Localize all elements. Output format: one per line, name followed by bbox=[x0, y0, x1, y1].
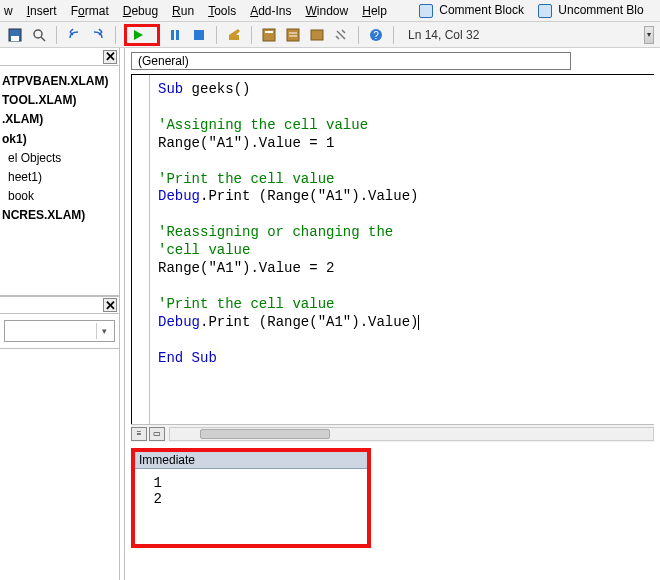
svg-rect-10 bbox=[265, 31, 273, 33]
menu-window[interactable]: Window bbox=[306, 4, 349, 18]
object-browser-button[interactable] bbox=[308, 26, 326, 44]
menu-run[interactable]: Run bbox=[172, 4, 194, 18]
tree-item[interactable]: TOOL.XLAM) bbox=[2, 91, 117, 110]
immediate-window: Immediate 1 2 bbox=[131, 448, 371, 548]
text-caret bbox=[418, 315, 419, 330]
chevron-down-icon: ▾ bbox=[96, 323, 112, 339]
project-tree[interactable]: ATPVBAEN.XLAM) TOOL.XLAM) .XLAM) ok1) el… bbox=[0, 66, 119, 296]
code-editor[interactable]: Sub geeks() 'Assigning the cell value Ra… bbox=[131, 74, 654, 424]
menu-addins[interactable]: Add-Ins bbox=[250, 4, 291, 18]
svg-rect-7 bbox=[194, 30, 204, 40]
svg-rect-5 bbox=[171, 30, 174, 40]
svg-marker-4 bbox=[134, 30, 143, 40]
svg-rect-6 bbox=[176, 30, 179, 40]
menu-insert[interactable]: Insert bbox=[27, 4, 57, 18]
svg-rect-14 bbox=[311, 30, 323, 40]
object-combo[interactable]: (General) bbox=[131, 52, 571, 70]
horizontal-scrollbar[interactable] bbox=[169, 427, 654, 441]
comment-block-icon bbox=[419, 4, 433, 18]
properties-button[interactable] bbox=[284, 26, 302, 44]
project-close-button[interactable]: ✕ bbox=[103, 50, 117, 64]
menu-comment-label: Comment Block bbox=[439, 3, 524, 17]
tree-item[interactable]: .XLAM) bbox=[2, 110, 117, 129]
uncomment-block-icon bbox=[538, 4, 552, 18]
save-button[interactable] bbox=[6, 26, 24, 44]
properties-close-button[interactable]: ✕ bbox=[103, 298, 117, 312]
menu-uncomment-label: Uncomment Blo bbox=[558, 3, 643, 17]
menu-uncomment-block[interactable]: Uncomment Blo bbox=[538, 3, 644, 18]
code-text[interactable]: Sub geeks() 'Assigning the cell value Ra… bbox=[150, 75, 654, 424]
run-button[interactable] bbox=[129, 26, 147, 44]
code-margin bbox=[132, 75, 150, 424]
pause-button[interactable] bbox=[166, 26, 184, 44]
svg-point-2 bbox=[34, 30, 42, 38]
redo-button[interactable] bbox=[89, 26, 107, 44]
properties-object-combo[interactable]: ▾ bbox=[4, 320, 115, 342]
stop-button[interactable] bbox=[190, 26, 208, 44]
undo-button[interactable] bbox=[65, 26, 83, 44]
help-button[interactable]: ? bbox=[367, 26, 385, 44]
run-button-highlight bbox=[124, 24, 160, 46]
svg-text:?: ? bbox=[373, 30, 379, 41]
menu-format[interactable]: Format bbox=[71, 4, 109, 18]
svg-rect-11 bbox=[287, 29, 299, 41]
tree-item[interactable]: book bbox=[2, 187, 117, 206]
project-panel: ✕ ATPVBAEN.XLAM) TOOL.XLAM) .XLAM) ok1) … bbox=[0, 48, 120, 580]
project-explorer-button[interactable] bbox=[260, 26, 278, 44]
svg-rect-1 bbox=[11, 36, 19, 41]
immediate-title: Immediate bbox=[135, 452, 367, 469]
tree-item[interactable]: ATPVBAEN.XLAM) bbox=[2, 72, 117, 91]
svg-line-3 bbox=[41, 37, 45, 41]
menu-bar: w Insert Format Debug Run Tools Add-Ins … bbox=[0, 0, 660, 22]
object-combo-value: (General) bbox=[138, 54, 189, 68]
design-mode-button[interactable] bbox=[225, 26, 243, 44]
cursor-position: Ln 14, Col 32 bbox=[408, 28, 479, 42]
menu-comment-block[interactable]: Comment Block bbox=[419, 3, 524, 18]
menu-tools[interactable]: Tools bbox=[208, 4, 236, 18]
scroll-thumb[interactable] bbox=[200, 429, 330, 439]
tree-item[interactable]: el Objects bbox=[2, 149, 117, 168]
tree-item[interactable]: NCRES.XLAM) bbox=[2, 206, 117, 225]
find-button[interactable] bbox=[30, 26, 48, 44]
properties-body bbox=[0, 348, 119, 580]
toolbar: ? Ln 14, Col 32 ▾ bbox=[0, 22, 660, 48]
tree-item[interactable]: ok1) bbox=[2, 130, 117, 149]
toolbar-overflow-button[interactable]: ▾ bbox=[644, 26, 654, 44]
view-full-module-button[interactable]: ▭ bbox=[149, 427, 165, 441]
svg-rect-9 bbox=[263, 29, 275, 41]
menu-view[interactable]: w bbox=[4, 4, 13, 18]
tree-item[interactable]: heet1) bbox=[2, 168, 117, 187]
code-bottom-bar: ≡ ▭ bbox=[131, 424, 654, 442]
toolbox-button[interactable] bbox=[332, 26, 350, 44]
menu-help[interactable]: Help bbox=[362, 4, 387, 18]
immediate-output[interactable]: 1 2 bbox=[135, 469, 367, 544]
view-procedure-button[interactable]: ≡ bbox=[131, 427, 147, 441]
menu-debug[interactable]: Debug bbox=[123, 4, 158, 18]
